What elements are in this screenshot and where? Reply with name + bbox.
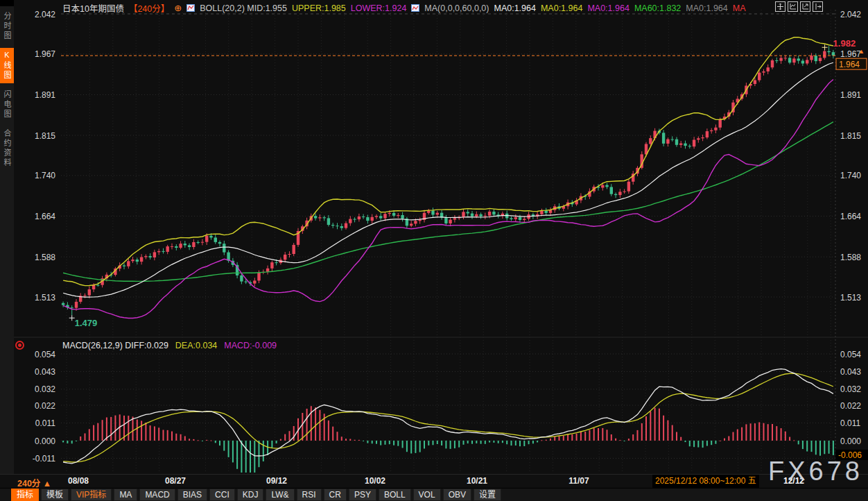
pan-crosshair-icon[interactable]: [775, 1, 785, 12]
x-axis-row: 240分 ▲ 2025/12/12 08:00~12:00 五 12/12 08…: [0, 474, 868, 489]
macd-axis-label-left: 0.000: [35, 436, 55, 446]
x-tick-label: 10/21: [467, 476, 487, 486]
bar-datetime-tooltip: 2025/12/12 08:00~12:00 五: [652, 475, 759, 488]
ma-indicator-icon: [411, 4, 419, 12]
sidebar-item-1[interactable]: 分时图: [0, 9, 14, 44]
toolbar-button-VOL[interactable]: VOL: [413, 489, 441, 501]
zoom-out-chart-icon[interactable]: [800, 1, 810, 12]
x-tick-label: 10/02: [365, 476, 385, 486]
sidebar-item-4[interactable]: 合约资料: [0, 126, 14, 171]
price-axis-label-right: 1.513: [840, 293, 861, 303]
last-price-value: 1.964: [839, 60, 860, 69]
macd-axis-label-left: 0.054: [35, 350, 55, 359]
toolbar-button-BIAS[interactable]: BIAS: [177, 489, 207, 501]
toolbar-button-PSY[interactable]: PSY: [349, 489, 376, 501]
price-axis-label-left: 1.588: [35, 253, 55, 262]
macd-axis-label-right: 0.043: [840, 367, 861, 377]
chart-background: [14, 0, 868, 474]
ma-value-3: MA0:1.964: [587, 3, 629, 13]
ma-value-1: MA0:1.964: [494, 3, 535, 13]
indicator-hot-icon[interactable]: [15, 341, 24, 350]
price-axis-label-right: 1.664: [840, 212, 861, 221]
ma-values: MA0:1.964MA0:1.964MA0:1.964MA60:1.832MA0…: [494, 3, 745, 13]
macd-macd-value: MACD:-0.009: [224, 341, 277, 350]
toolbar-button-KDJ[interactable]: KDJ: [237, 489, 264, 501]
boll-upper-value: UPPER:1.985: [292, 3, 346, 13]
macd-axis-label-left: 0.043: [35, 367, 55, 377]
goto-latest-icon[interactable]: [813, 1, 823, 12]
toolbar-button-RSI[interactable]: RSI: [297, 489, 322, 501]
boll-values: BOLL(20,2) MID:1.955: [200, 3, 287, 13]
period-label: 【240分】: [129, 1, 169, 15]
macd-axis-label-right: 0.000: [840, 436, 861, 446]
x-tick-label: 11/07: [568, 476, 589, 486]
toolbar-button-MACD[interactable]: MACD: [139, 489, 175, 501]
sidebar: 分时图K线图闪电图合约资料: [0, 0, 14, 474]
low-price-label: 1.479: [75, 318, 98, 328]
price-axis-label-right: 1.815: [840, 131, 861, 141]
price-axis-label-left: 1.513: [35, 293, 55, 303]
toolbar-button-MA[interactable]: MA: [114, 489, 137, 501]
indicator-toolbar: 指标模板VIP指标MAMACDBIASCCIKDJLW&RSICRPSYBOLL…: [0, 488, 868, 501]
macd-title: MACD(26,12,9) DIFF:0.029: [62, 341, 168, 350]
zoom-in-chart-icon[interactable]: [788, 1, 798, 12]
watermark: FX678: [768, 457, 863, 486]
kline-chart[interactable]: 1.4791.9822.0422.0421.9671.9671.8911.891…: [0, 0, 868, 474]
price-axis-label-right: 1.740: [840, 171, 861, 180]
toolbar-button-LW&[interactable]: LW&: [266, 489, 294, 501]
price-axis-label-left: 1.740: [35, 171, 55, 180]
sidebar-item-2[interactable]: K线图: [0, 48, 14, 83]
macd-axis-label-right: 0.054: [840, 350, 861, 359]
toolbar-button-CCI[interactable]: CCI: [209, 489, 235, 501]
ma-value-2: MA0:1.964: [541, 3, 582, 13]
toolbar-button-VIP指标[interactable]: VIP指标: [71, 489, 112, 501]
sidebar-notch: [0, 0, 14, 6]
macd-axis-label-left: 0.022: [35, 401, 55, 411]
ma-value-5: MA0:1.964: [686, 3, 727, 13]
ma-value-6: MA: [733, 3, 746, 13]
price-axis-label-left: 1.891: [35, 90, 55, 100]
macd-header: MACD(26,12,9) DIFF:0.029 DEA:0.034 MACD:…: [62, 341, 277, 350]
sidebar-item-3[interactable]: 闪电图: [0, 87, 14, 122]
toolbar-button-BOLL[interactable]: BOLL: [379, 489, 411, 501]
ma-value-4: MA60:1.832: [634, 3, 681, 13]
high-price-label: 1.982: [833, 38, 856, 49]
chart-header: 日本10年期国债 【240分】 ⊕ BOLL(20,2) MID:1.955 U…: [62, 1, 746, 15]
toolbar-button-OBV[interactable]: OBV: [443, 489, 471, 501]
macd-axis-label-left: -0.011: [33, 454, 55, 464]
x-tick-label: 08/27: [165, 476, 186, 486]
macd-axis-label-right: 0.011: [840, 418, 860, 428]
toolbar-button-模板[interactable]: 模板: [41, 489, 69, 501]
macd-axis-label-left: 0.032: [35, 384, 55, 394]
price-axis-label-left: 1.664: [35, 212, 55, 221]
price-axis-label-right: 1.588: [840, 253, 861, 262]
price-axis-label-right: 1.891: [840, 90, 861, 100]
price-axis-label-right: 2.042: [840, 10, 861, 19]
add-indicator-icon[interactable]: ⊕: [174, 3, 182, 13]
charting-app: 1.4791.9822.0422.0421.9671.9671.8911.891…: [0, 0, 868, 501]
symbol-title: 日本10年期国债: [62, 1, 124, 15]
x-tick-label: 08/08: [68, 476, 89, 486]
toolbar-button-指标[interactable]: 指标: [11, 489, 39, 501]
price-axis-label-left: 2.042: [35, 10, 55, 19]
boll-indicator-icon: [186, 4, 195, 12]
macd-axis-label-right: 0.022: [840, 401, 861, 411]
chart-toolbar-icons: [775, 1, 823, 12]
toolbar-button-设置[interactable]: 设置: [474, 489, 501, 501]
ma-params: MA(0,0,0,60,0,0): [424, 3, 489, 13]
price-axis-label-left: 1.967: [35, 49, 55, 59]
price-axis-label-left: 1.815: [35, 131, 55, 141]
macd-dea-value: DEA:0.034: [175, 341, 217, 350]
scroll-latest-arrow-icon: ▲: [858, 48, 865, 55]
macd-axis-label-right: 0.032: [840, 384, 861, 394]
toolbar-button-CR[interactable]: CR: [324, 489, 347, 501]
macd-axis-label-left: 0.011: [35, 418, 55, 428]
boll-lower-value: LOWER:1.924: [351, 3, 407, 13]
x-tick-label: 09/12: [266, 476, 287, 486]
